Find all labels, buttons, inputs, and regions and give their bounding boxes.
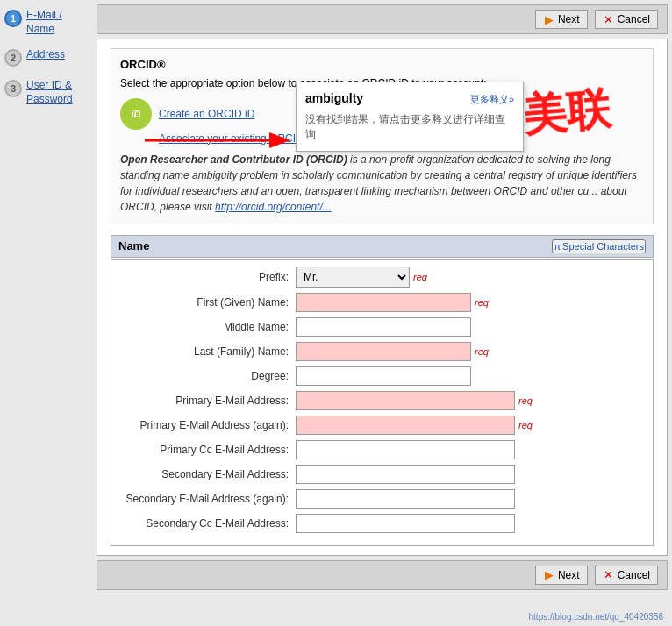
- secondary-email-input[interactable]: [296, 465, 515, 484]
- popup-noresult: 没有找到结果，请点击更多释义进行详细查询: [305, 112, 514, 142]
- orcid-body-text: Open Researcher and Contributor ID (ORCI…: [120, 152, 644, 215]
- sidebar-step-2[interactable]: 2 Address: [4, 48, 92, 67]
- prefix-label: Prefix:: [120, 271, 296, 283]
- popup-word: ambigulty: [305, 91, 363, 105]
- secondary-cc-email-label: Secondary Cc E-Mail Address:: [120, 517, 296, 530]
- middle-name-row: Middle Name:: [120, 317, 644, 337]
- special-chars-label: Special Characters: [562, 241, 644, 252]
- sidebar-step-1[interactable]: 1 E-Mail / Name: [4, 9, 92, 36]
- special-chars-icon: π: [554, 241, 561, 252]
- last-name-input[interactable]: [296, 342, 471, 361]
- prefix-row: Prefix: Mr. Mrs. Ms. Dr. Prof. req: [120, 267, 644, 288]
- next-button-top[interactable]: ▶ Next: [535, 10, 588, 29]
- orcid-header: ORCID®: [120, 58, 644, 71]
- primary-email-again-label: Primary E-Mail Address (again):: [120, 419, 296, 431]
- primary-email-again-input[interactable]: [296, 416, 515, 435]
- sidebar-item-email-name[interactable]: E-Mail / Name: [26, 9, 92, 36]
- special-characters-button[interactable]: π Special Characters: [552, 239, 646, 253]
- cancel-label-top: Cancel: [618, 13, 650, 25]
- sidebar-item-userid[interactable]: User ID & Password: [26, 79, 92, 106]
- step-circle-2: 2: [4, 49, 22, 67]
- next-label-bottom: Next: [558, 569, 580, 581]
- first-name-row: First (Given) Name: req: [120, 293, 644, 312]
- cancel-label-bottom: Cancel: [618, 569, 650, 581]
- primary-cc-email-label: Primary Cc E-Mail Address:: [120, 444, 296, 456]
- secondary-email-row: Secondary E-Mail Address:: [120, 465, 644, 484]
- secondary-cc-email-input-wrap: [296, 514, 515, 533]
- prefix-select[interactable]: Mr. Mrs. Ms. Dr. Prof.: [296, 267, 410, 288]
- orcid-associate-link[interactable]: Associate your existing ORCID iD: [159, 132, 316, 145]
- middle-name-input-wrap: [296, 317, 471, 337]
- form-fields: Prefix: Mr. Mrs. Ms. Dr. Prof. req: [111, 259, 654, 546]
- first-name-input-wrap: req: [296, 293, 489, 312]
- primary-email-again-row: Primary E-Mail Address (again): req: [120, 416, 644, 435]
- prefix-input-wrap: Mr. Mrs. Ms. Dr. Prof. req: [296, 267, 427, 288]
- sidebar-step-3[interactable]: 3 User ID & Password: [4, 79, 92, 106]
- cancel-button-bottom[interactable]: ✕ Cancel: [595, 566, 658, 585]
- primary-email-input-wrap: req: [296, 391, 533, 410]
- next-button-bottom[interactable]: ▶ Next: [535, 566, 588, 585]
- main-content: ▶ Next ✕ Cancel ORCID® Select the approp…: [97, 0, 672, 626]
- secondary-email-again-row: Secondary E-Mail Address (again):: [120, 489, 644, 509]
- sidebar-item-address[interactable]: Address: [26, 48, 65, 62]
- secondary-email-label: Secondary E-Mail Address:: [120, 468, 296, 480]
- primary-email-label: Primary E-Mail Address:: [120, 395, 296, 407]
- last-name-label: Last (Family) Name:: [120, 345, 296, 358]
- secondary-cc-email-input[interactable]: [296, 514, 515, 533]
- orcid-url-link[interactable]: http://orcid.org/content/...: [215, 201, 332, 213]
- form-area: ORCID® Select the appropriate option bel…: [97, 39, 668, 556]
- orcid-logo: iD: [120, 98, 152, 130]
- cancel-button-top[interactable]: ✕ Cancel: [595, 10, 658, 29]
- primary-email-row: Primary E-Mail Address: req: [120, 391, 644, 410]
- watermark: https://blog.csdn.net/qq_40420356: [529, 612, 663, 622]
- middle-name-label: Middle Name:: [120, 321, 296, 333]
- degree-input-wrap: [296, 366, 471, 386]
- last-name-input-wrap: req: [296, 342, 489, 361]
- primary-email-req: req: [518, 395, 533, 406]
- first-name-label: First (Given) Name:: [120, 296, 296, 309]
- step-circle-1: 1: [4, 10, 22, 27]
- last-name-row: Last (Family) Name: req: [120, 342, 644, 361]
- popup-header-row: ambigulty 更多释义»: [305, 91, 514, 109]
- name-section-label: Name: [118, 239, 149, 253]
- sidebar: 1 E-Mail / Name 2 Address 3 User ID & Pa…: [0, 0, 97, 626]
- secondary-cc-email-row: Secondary Cc E-Mail Address:: [120, 514, 644, 533]
- cancel-icon-bottom: ✕: [603, 569, 615, 581]
- secondary-email-input-wrap: [296, 465, 515, 484]
- secondary-email-again-input[interactable]: [296, 489, 515, 509]
- step-circle-3: 3: [4, 80, 22, 97]
- last-name-req: req: [475, 346, 489, 357]
- primary-email-again-input-wrap: req: [296, 416, 533, 435]
- secondary-email-again-input-wrap: [296, 489, 515, 509]
- prefix-req: req: [413, 272, 427, 282]
- degree-input[interactable]: [296, 366, 471, 386]
- primary-cc-email-row: Primary Cc E-Mail Address:: [120, 440, 644, 459]
- name-section-header: Name π Special Characters: [111, 235, 654, 258]
- degree-label: Degree:: [120, 370, 296, 382]
- orcid-create-link[interactable]: Create an ORCID iD: [159, 108, 254, 120]
- popup-box: ambigulty 更多释义» 没有找到结果，请点击更多释义进行详细查询: [296, 82, 524, 152]
- cancel-icon-top: ✕: [603, 13, 615, 25]
- degree-row: Degree:: [120, 366, 644, 386]
- orcid-body-bold: Open Researcher and Contributor ID (ORCI…: [120, 153, 347, 166]
- primary-email-again-req: req: [518, 420, 533, 430]
- primary-email-input[interactable]: [296, 391, 515, 410]
- orcid-section: ORCID® Select the appropriate option bel…: [111, 48, 654, 224]
- primary-cc-email-input[interactable]: [296, 440, 515, 459]
- next-label-top: Next: [558, 13, 580, 25]
- next-icon-bottom: ▶: [543, 569, 555, 581]
- top-toolbar: ▶ Next ✕ Cancel: [97, 4, 668, 34]
- middle-name-input[interactable]: [296, 317, 471, 337]
- next-icon-top: ▶: [543, 13, 555, 25]
- first-name-input[interactable]: [296, 293, 471, 312]
- popup-more-link[interactable]: 更多释义»: [470, 93, 514, 106]
- first-name-req: req: [475, 297, 489, 308]
- secondary-email-again-label: Secondary E-Mail Address (again):: [120, 493, 296, 505]
- bottom-toolbar: ▶ Next ✕ Cancel: [97, 560, 668, 590]
- primary-cc-email-input-wrap: [296, 440, 515, 459]
